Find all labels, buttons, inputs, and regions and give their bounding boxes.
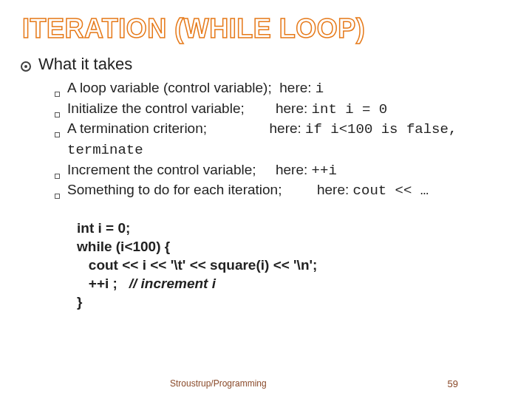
circle-dot-icon xyxy=(21,61,31,72)
list-item: Something to do for each iteration; here… xyxy=(55,180,514,201)
item-text: Increment the control variable; xyxy=(67,162,256,177)
slide: ITERATION (WHILE LOOP) What it takes A l… xyxy=(0,0,532,399)
square-icon xyxy=(55,194,60,199)
square-icon xyxy=(55,112,60,117)
code-line: cout << i << '\t' << square(i) << '\n'; xyxy=(77,257,317,273)
item-line: Something to do for each iteration; here… xyxy=(67,180,514,201)
item-line: Increment the control variable; here: ++… xyxy=(67,160,514,181)
item-note: i xyxy=(316,81,324,97)
code-block: int i = 0; while (i<100) { cout << i << … xyxy=(77,219,514,311)
square-icon xyxy=(55,92,60,97)
square-icon xyxy=(55,132,60,137)
list-item: Increment the control variable; here: ++… xyxy=(55,160,514,181)
list-item: A loop variable (control variable); here… xyxy=(55,78,514,99)
here-label: here: xyxy=(317,182,353,197)
item-text: A termination criterion; xyxy=(67,120,207,136)
page-number: 59 xyxy=(448,378,458,389)
here-label: here: xyxy=(279,80,316,95)
here-label: here: xyxy=(270,120,306,136)
item-text: Something to do for each iteration; xyxy=(67,182,282,197)
item-note: ++i xyxy=(312,163,337,179)
heading-row: What it takes xyxy=(21,55,514,74)
footer-attribution: Stroustrup/Programming xyxy=(170,378,267,389)
code-line: int i = 0; xyxy=(77,220,130,236)
item-line: Initialize the control variable; here: i… xyxy=(67,99,514,120)
bullet-list: A loop variable (control variable); here… xyxy=(55,78,514,201)
code-line: while (i<100) { xyxy=(77,239,170,254)
list-item: A termination criterion; here: if i<100 … xyxy=(55,119,514,160)
code-line: } xyxy=(77,294,82,310)
item-line: A loop variable (control variable); here… xyxy=(67,78,514,99)
square-icon xyxy=(55,174,60,179)
heading-text: What it takes xyxy=(38,55,132,74)
code-line: ++i ; xyxy=(77,276,129,291)
here-label: here: xyxy=(276,162,312,177)
item-note: int i = 0 xyxy=(312,101,388,117)
item-text: Initialize the control variable; xyxy=(67,100,245,116)
item-line: A termination criterion; here: if i<100 … xyxy=(67,119,514,160)
list-item: Initialize the control variable; here: i… xyxy=(55,99,514,120)
code-comment: // increment i xyxy=(129,276,216,291)
item-note: cout << … xyxy=(353,183,429,199)
item-text: A loop variable (control variable); xyxy=(67,80,272,95)
slide-title: ITERATION (WHILE LOOP) xyxy=(22,13,514,44)
here-label: here: xyxy=(276,100,312,116)
